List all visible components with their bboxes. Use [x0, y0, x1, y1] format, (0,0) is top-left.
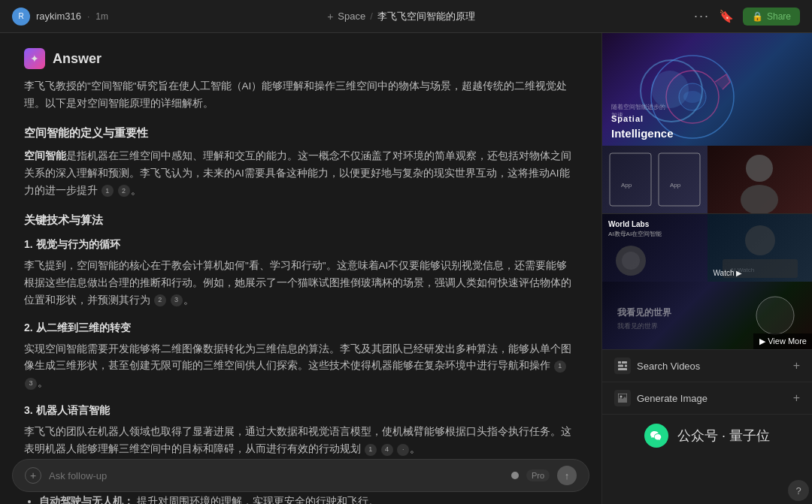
doc-title: 李飞飞空间智能的原理	[377, 10, 475, 23]
view-more-button[interactable]: ▶ View More	[753, 333, 812, 349]
topbar: R raykim316 · 1m + Space / 李飞飞空间智能的原理 ··…	[0, 0, 812, 33]
world-labs-sub: AI教母AI在空间智能	[608, 230, 701, 238]
svg-rect-20	[622, 361, 627, 364]
cite-9[interactable]: ·	[397, 444, 409, 456]
pro-badge: Pro	[526, 469, 550, 481]
cite-2[interactable]: 2	[118, 185, 130, 197]
send-button[interactable]: ↑	[557, 466, 577, 485]
cite-4[interactable]: 3	[171, 294, 183, 306]
time-label: 1m	[95, 11, 108, 22]
svg-rect-21	[618, 365, 623, 367]
thumbnail-world-labs[interactable]: World Labs AI教母AI在空间智能	[602, 214, 707, 282]
followup-add-button[interactable]: +	[25, 467, 41, 484]
section1-body: 空间智能是指机器在三维空间中感知、理解和交互的能力。这一概念不仅涵盖了对环境的简…	[24, 148, 577, 200]
share-button[interactable]: 🔒 Share	[743, 8, 800, 26]
answer-icon: ✦	[24, 48, 45, 69]
wechat-bar: 公众号 · 量子位	[602, 414, 812, 457]
share-label: Share	[767, 11, 791, 22]
svg-rect-19	[618, 361, 621, 364]
bullet1-bold: 自动驾驶与无人机：	[39, 496, 134, 504]
cite-1[interactable]: 1	[102, 185, 114, 197]
lock-icon: 🔒	[752, 11, 763, 22]
main-layout: ✦ Answer 李飞飞教授的"空间智能"研究旨在使人工智能（AI）能够理解和操…	[0, 33, 812, 504]
svg-text:我看见的世界: 我看见的世界	[617, 307, 672, 318]
more-options-button[interactable]: ···	[694, 8, 710, 24]
sub2-body: 实现空间智能需要开发能够将二维图像数据转化为三维信息的算法。李飞及其团队已经研发…	[24, 341, 577, 393]
svg-rect-4	[610, 153, 651, 206]
intro-text: 李飞飞教授的"空间智能"研究旨在使人工智能（AI）能够理解和操作三维空间中的物体…	[24, 78, 577, 113]
search-video-icon	[618, 361, 627, 370]
plus-icon: +	[327, 11, 333, 23]
right-sidebar: Spatial Intelligence 随着空间智能进步的加速... App …	[601, 33, 812, 504]
thumb1-sub: 随着空间智能进步的加速...	[611, 103, 665, 119]
space-label[interactable]: Space	[338, 11, 365, 22]
wechat-logo	[644, 424, 668, 448]
generate-image-icon	[618, 394, 627, 403]
search-videos-left: Search Videos	[614, 358, 700, 374]
applications-list: 自动驾驶与无人机： 提升对周围环境的理解，实现更安全的行驶和飞行。 智能制造与物…	[39, 493, 577, 504]
svg-rect-23	[618, 368, 627, 370]
svg-rect-5	[659, 153, 700, 206]
cite-7[interactable]: 1	[365, 444, 377, 456]
svg-point-9	[741, 185, 778, 213]
cite-3[interactable]: 2	[154, 294, 166, 306]
main-thumbnail[interactable]: Spatial Intelligence 随着空间智能进步的加速...	[602, 33, 812, 146]
help-button[interactable]: ?	[788, 480, 809, 501]
svg-text:我看见的世界: 我看见的世界	[617, 322, 658, 330]
separator: ·	[87, 11, 89, 22]
thumbnail-2[interactable]: App App	[602, 146, 707, 213]
followup-input[interactable]	[49, 470, 504, 481]
avatar: R	[12, 8, 30, 26]
content-panel: ✦ Answer 李飞飞教授的"空间智能"研究旨在使人工智能（AI）能够理解和操…	[0, 33, 601, 504]
svg-text:App: App	[670, 182, 681, 189]
help-icon: ?	[795, 485, 801, 496]
breadcrumb: + Space / 李飞飞空间智能的原理	[327, 10, 475, 23]
thumbnail-3[interactable]	[707, 146, 813, 213]
thumbnail-watch[interactable]: AI Watch Watch ▶	[707, 214, 813, 282]
svg-text:App: App	[621, 182, 632, 189]
cite-5[interactable]: 1	[554, 361, 566, 373]
generate-image-label: Generate Image	[637, 393, 707, 404]
svg-point-12	[745, 225, 775, 255]
intelligence-text: Intelligence	[611, 127, 674, 140]
sub3-heading: 3. 机器人语言智能	[24, 404, 577, 418]
generate-image-left: Generate Image	[614, 390, 707, 406]
topbar-right: ··· 🔖 🔒 Share	[694, 8, 800, 26]
bold-spatial: 空间智能	[24, 150, 66, 161]
svg-point-18	[756, 297, 794, 334]
topbar-left: R raykim316 · 1m	[12, 8, 108, 26]
username-label: raykim316	[36, 11, 81, 22]
svg-point-11	[622, 252, 640, 270]
sub3-body: 李飞飞的团队在机器人领域也取得了显著进展，通过大数据和视觉语言模型，使机械臂能够…	[24, 424, 577, 458]
svg-point-8	[746, 155, 773, 182]
search-videos-icon-box	[614, 358, 631, 374]
sub1-heading: 1. 视觉与行为的循环	[24, 238, 577, 252]
section1-heading: 空间智能的定义与重要性	[24, 126, 577, 140]
generate-image-plus-icon[interactable]: +	[793, 391, 800, 405]
sub1-body: 李飞提到，空间智能的核心在于教会计算机如何"看、学习和行动"。这意味着AI不仅要…	[24, 258, 577, 309]
followup-bar: + Pro ↑	[12, 459, 589, 492]
svg-rect-22	[625, 365, 627, 367]
wechat-text: 公众号 · 量子位	[677, 427, 770, 445]
answer-header: ✦ Answer	[24, 48, 577, 69]
bullet-item-1: 自动驾驶与无人机： 提升对周围环境的理解，实现更安全的行驶和飞行。	[39, 493, 577, 504]
bookmark-button[interactable]: 🔖	[719, 9, 734, 23]
world-labs-title: World Labs	[608, 220, 701, 228]
watch-label[interactable]: Watch ▶	[714, 269, 743, 277]
generate-image-icon-box	[614, 390, 631, 406]
followup-dot	[511, 472, 519, 479]
breadcrumb-slash: /	[370, 11, 373, 22]
sub2-heading: 2. 从二维到三维的转变	[24, 321, 577, 335]
answer-title: Answer	[53, 51, 102, 67]
search-videos-plus-icon[interactable]: +	[793, 359, 800, 373]
world-labs-row: World Labs AI教母AI在空间智能 AI Watch	[602, 213, 812, 282]
section2-heading: 关键技术与算法	[24, 213, 577, 228]
search-videos-row[interactable]: Search Videos +	[602, 349, 812, 382]
cite-6[interactable]: 3	[25, 378, 37, 390]
wechat-thumbnail[interactable]: 我看见的世界 我看见的世界 ▶ View More	[602, 282, 812, 349]
svg-point-3	[683, 91, 701, 103]
media-grid: App App	[602, 146, 812, 213]
cite-8[interactable]: 4	[381, 444, 393, 456]
bullet1-text: 提升对周围环境的理解，实现更安全的行驶和飞行。	[137, 496, 379, 504]
generate-image-row[interactable]: Generate Image +	[602, 382, 812, 414]
